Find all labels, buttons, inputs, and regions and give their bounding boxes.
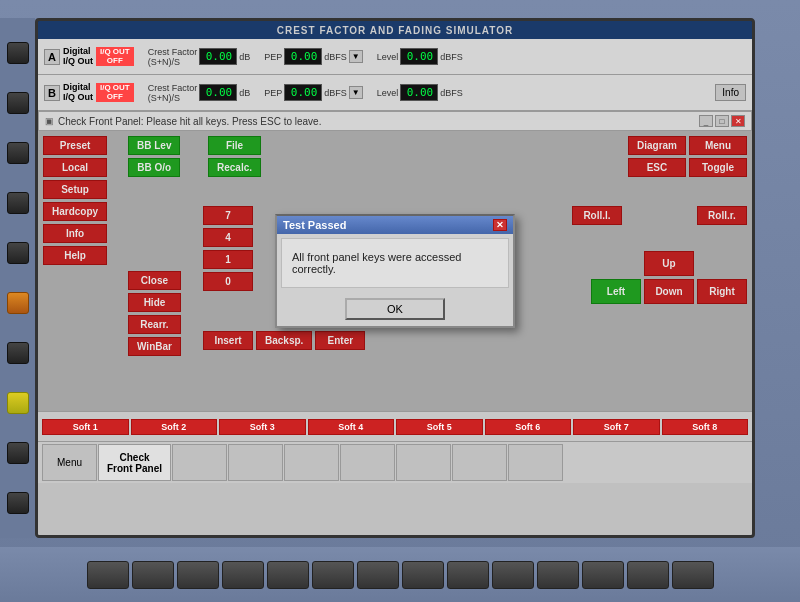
channel-b-pep-value: 0.00 — [284, 84, 322, 101]
main-button-panel: Preset Local Setup Hardcopy Info Help BB… — [38, 131, 752, 411]
channel-a-crest-group: Crest Factor(S+N)/S 0.00 dB — [148, 47, 251, 67]
channel-b-pep-unit: dBFS — [324, 88, 347, 98]
channel-b-level-value: 0.00 — [400, 84, 438, 101]
channel-a-level-value: 0.00 — [400, 48, 438, 65]
channel-a-letter: A — [44, 49, 60, 65]
channel-b-pep-group: PEP 0.00 dBFS ▼ — [264, 84, 362, 101]
channel-a-type: DigitalI/Q Out — [63, 47, 93, 67]
modal-footer: OK — [277, 292, 513, 326]
modal-message: All front panel keys were accessed corre… — [292, 251, 461, 275]
window-controls: _ □ ✕ — [699, 115, 745, 127]
menu-key-6[interactable] — [340, 444, 395, 481]
soft-key-1[interactable]: Soft 1 — [42, 419, 129, 435]
test-passed-dialog: Test Passed ✕ All front panel keys were … — [275, 214, 515, 328]
screen-titlebar: CREST FACTOR AND FADING SIMULATOR — [38, 21, 752, 39]
side-btn-3[interactable] — [7, 142, 29, 164]
channel-a-crest-label: Crest Factor(S+N)/S — [148, 47, 198, 67]
side-btn-5[interactable] — [7, 242, 29, 264]
hw-key-12[interactable] — [582, 561, 624, 589]
info-button[interactable]: Info — [715, 84, 746, 101]
hw-key-4[interactable] — [222, 561, 264, 589]
side-btn-1[interactable] — [7, 42, 29, 64]
softkey-bar: Soft 1 Soft 2 Soft 3 Soft 4 Soft 5 Soft … — [38, 411, 752, 441]
modal-close-button[interactable]: ✕ — [493, 219, 507, 231]
side-btn-2[interactable] — [7, 92, 29, 114]
win-maximize-btn[interactable]: □ — [715, 115, 729, 127]
channel-b-crest-unit: dB — [239, 88, 250, 98]
modal-title: Test Passed — [283, 219, 346, 231]
side-btn-8[interactable] — [7, 492, 29, 514]
modal-titlebar: Test Passed ✕ — [277, 216, 513, 234]
hw-key-10[interactable] — [492, 561, 534, 589]
channel-a-level-group: Level 0.00 dBFS — [377, 48, 463, 65]
channel-b-io: I/Q OUTOFF — [96, 83, 134, 103]
hw-key-14[interactable] — [672, 561, 714, 589]
hw-key-5[interactable] — [267, 561, 309, 589]
check-panel-text: Check Front Panel: Please hit all keys. … — [58, 116, 321, 127]
side-btn-6[interactable] — [7, 342, 29, 364]
hw-key-9[interactable] — [447, 561, 489, 589]
channel-a-pep-unit: dBFS — [324, 52, 347, 62]
channel-a-pep-group: PEP 0.00 dBFS ▼ — [264, 48, 362, 65]
modal-body: All front panel keys were accessed corre… — [281, 238, 509, 288]
menu-key-3[interactable] — [172, 444, 227, 481]
channel-a-crest-unit: dB — [239, 52, 250, 62]
hw-key-11[interactable] — [537, 561, 579, 589]
side-buttons-panel — [0, 18, 35, 538]
channel-b-type: DigitalI/Q Out — [63, 83, 93, 103]
side-btn-7[interactable] — [7, 442, 29, 464]
channel-a-pep-value: 0.00 — [284, 48, 322, 65]
channel-b-label: B DigitalI/Q Out I/Q OUTOFF — [44, 83, 134, 103]
menu-key-4[interactable] — [228, 444, 283, 481]
menu-key-check-front-panel[interactable]: CheckFront Panel — [98, 444, 171, 481]
modal-overlay: Test Passed ✕ All front panel keys were … — [38, 131, 752, 411]
soft-key-7[interactable]: Soft 7 — [573, 419, 660, 435]
menu-key-menu[interactable]: Menu — [42, 444, 97, 481]
hw-key-6[interactable] — [312, 561, 354, 589]
side-btn-orange[interactable] — [7, 292, 29, 314]
menu-key-8[interactable] — [452, 444, 507, 481]
channel-b-level-unit: dBFS — [440, 88, 463, 98]
channel-a-pep-dropdown[interactable]: ▼ — [349, 50, 363, 63]
channel-a-level-label: Level — [377, 52, 399, 62]
channel-a-crest-value: 0.00 — [199, 48, 237, 65]
soft-key-6[interactable]: Soft 6 — [485, 419, 572, 435]
modal-ok-button[interactable]: OK — [345, 298, 445, 320]
menu-key-5[interactable] — [284, 444, 339, 481]
channel-b-crest-value: 0.00 — [199, 84, 237, 101]
app-title: CREST FACTOR AND FADING SIMULATOR — [277, 25, 514, 36]
channel-b-pep-dropdown[interactable]: ▼ — [349, 86, 363, 99]
win-minimize-btn[interactable]: _ — [699, 115, 713, 127]
hardware-keys-bottom — [0, 547, 800, 602]
menu-key-7[interactable] — [396, 444, 451, 481]
win-close-btn[interactable]: ✕ — [731, 115, 745, 127]
side-btn-yellow[interactable] — [7, 392, 29, 414]
hw-key-13[interactable] — [627, 561, 669, 589]
channel-a-label: A DigitalI/Q Out I/Q OUTOFF — [44, 47, 134, 67]
channel-b-crest-group: Crest Factor(S+N)/S 0.00 dB — [148, 83, 251, 103]
soft-key-3[interactable]: Soft 3 — [219, 419, 306, 435]
screen-content: A DigitalI/Q Out I/Q OUTOFF Crest Factor… — [38, 39, 752, 535]
soft-key-5[interactable]: Soft 5 — [396, 419, 483, 435]
main-screen: CREST FACTOR AND FADING SIMULATOR A Digi… — [35, 18, 755, 538]
hw-key-3[interactable] — [177, 561, 219, 589]
soft-key-8[interactable]: Soft 8 — [662, 419, 749, 435]
channel-a-pep-label: PEP — [264, 52, 282, 62]
hw-key-2[interactable] — [132, 561, 174, 589]
hw-key-8[interactable] — [402, 561, 444, 589]
channel-b-pep-label: PEP — [264, 88, 282, 98]
hw-key-1[interactable] — [87, 561, 129, 589]
channel-b-row: B DigitalI/Q Out I/Q OUTOFF Crest Factor… — [38, 75, 752, 111]
channel-a-row: A DigitalI/Q Out I/Q OUTOFF Crest Factor… — [38, 39, 752, 75]
soft-key-4[interactable]: Soft 4 — [308, 419, 395, 435]
channel-b-crest-label: Crest Factor(S+N)/S — [148, 83, 198, 103]
hw-key-7[interactable] — [357, 561, 399, 589]
channel-b-letter: B — [44, 85, 60, 101]
soft-key-2[interactable]: Soft 2 — [131, 419, 218, 435]
check-panel-icon: ▣ — [45, 116, 54, 126]
menu-key-9[interactable] — [508, 444, 563, 481]
channel-b-level-group: Level 0.00 dBFS — [377, 84, 463, 101]
menu-bar: Menu CheckFront Panel — [38, 441, 752, 483]
side-btn-4[interactable] — [7, 192, 29, 214]
device-outer: CREST FACTOR AND FADING SIMULATOR A Digi… — [0, 0, 800, 602]
